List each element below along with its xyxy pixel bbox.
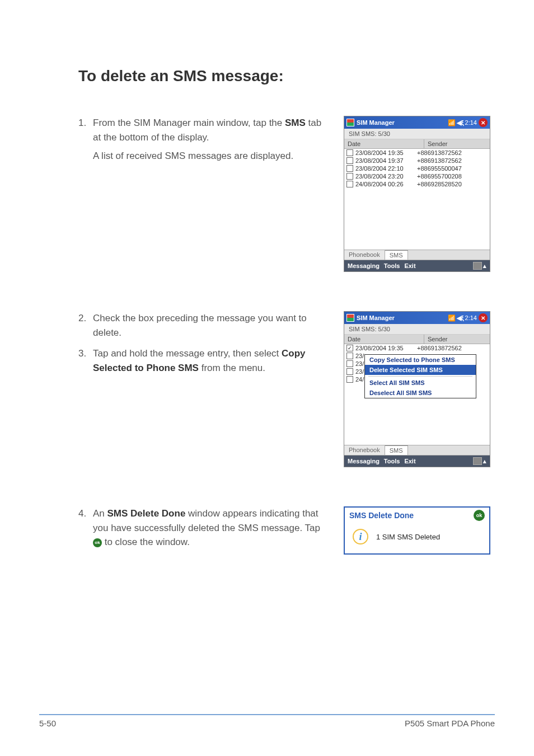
app-icon <box>346 314 354 322</box>
pda-title: SIM Manager <box>357 119 448 126</box>
list-item[interactable]: 23/08/2004 23:20+886955700208 <box>344 172 490 180</box>
sms-count: SIM SMS: 5/30 <box>344 129 490 139</box>
signal-icon: 📶 <box>448 314 456 322</box>
step-3-frag-a: Tap and hold the message entry, then sel… <box>93 348 282 359</box>
col-sender[interactable]: Sender <box>424 335 490 344</box>
dialog-body: i 1 SIM SMS Deleted <box>345 523 489 553</box>
clock: 2:14 <box>465 314 477 321</box>
close-icon[interactable]: ✕ <box>479 313 488 322</box>
col-date[interactable]: Date <box>344 335 424 344</box>
menu-delete-selected[interactable]: Delete Selected SIM SMS <box>365 365 476 375</box>
step-4-frag-d: to close the window. <box>102 537 190 547</box>
tab-sms[interactable]: SMS <box>385 250 408 260</box>
sms-count: SIM SMS: 5/30 <box>344 324 490 335</box>
context-menu: Copy Selected to Phone SMS Delete Select… <box>364 354 476 398</box>
sms-list-1: 23/08/2004 19:35+886913872562 23/08/2004… <box>344 149 490 250</box>
step-1-bold: SMS <box>285 118 306 128</box>
menu-separator <box>368 376 472 377</box>
column-headers: Date Sender <box>344 139 490 149</box>
step-2-body: Check the box preceding the message you … <box>93 311 327 340</box>
step-1-row: 1. From the SIM Manager main window, tap… <box>39 116 495 272</box>
sms-delete-dialog: SMS Delete Done ok i 1 SIM SMS Deleted <box>344 506 490 555</box>
menu-tools[interactable]: Tools <box>384 262 400 269</box>
pda-window-1: SIM Manager 📶 ◀ξ 2:14 ✕ SIM SMS: 5/30 Da… <box>344 116 490 272</box>
tab-phonebook[interactable]: Phonebook <box>344 445 385 455</box>
pda-titlebar: SIM Manager 📶 ◀ξ 2:14 ✕ <box>344 312 490 324</box>
step-3-num: 3. <box>78 346 93 375</box>
step-4-text: 4. An SMS Delete Done window appears ind… <box>39 506 327 556</box>
screenshot-2: SIM Manager 📶 ◀ξ 2:14 ✕ SIM SMS: 5/30 Da… <box>344 311 495 467</box>
menu-copy-selected[interactable]: Copy Selected to Phone SMS <box>365 355 476 365</box>
pda-menubar: Messaging Tools Exit ▴ <box>344 260 490 271</box>
page-footer: 5-50 P505 Smart PDA Phone <box>39 714 495 728</box>
close-icon[interactable]: ✕ <box>479 118 488 127</box>
keyboard-icon[interactable] <box>473 262 482 270</box>
step-2-3-row: 2. Check the box preceding the message y… <box>39 311 495 467</box>
pda-window-2: SIM Manager 📶 ◀ξ 2:14 ✕ SIM SMS: 5/30 Da… <box>344 311 490 467</box>
checkbox[interactable] <box>346 376 353 383</box>
list-item[interactable]: 23/08/2004 19:35+886913872562 <box>344 344 490 352</box>
chevron-up-icon[interactable]: ▴ <box>483 262 486 270</box>
screenshot-3: SMS Delete Done ok i 1 SIM SMS Deleted <box>344 506 495 555</box>
checkbox[interactable] <box>346 165 353 172</box>
step-1-note: A list of received SMS messages are disp… <box>93 149 327 163</box>
page-number: 5-50 <box>39 719 56 728</box>
step-4-bold: SMS Delete Done <box>107 508 186 519</box>
checkbox[interactable] <box>346 353 353 359</box>
pda-titlebar: SIM Manager 📶 ◀ξ 2:14 ✕ <box>344 116 490 129</box>
step-4-body: An SMS Delete Done window appears indica… <box>93 506 327 550</box>
sms-list-2: 23/08/2004 19:35+886913872562 23/ 23/ 23… <box>344 344 490 445</box>
pda-tabs: Phonebook SMS <box>344 445 490 456</box>
col-date[interactable]: Date <box>344 139 424 148</box>
list-item[interactable]: 23/08/2004 22:10+886955500047 <box>344 165 490 172</box>
checkbox[interactable] <box>346 157 353 164</box>
status-icons: 📶 ◀ξ 2:14 <box>448 314 477 322</box>
speaker-icon: ◀ξ <box>457 314 464 322</box>
list-item[interactable]: 24/08/2004 00:26+886928528520 <box>344 180 490 188</box>
speaker-icon: ◀ξ <box>457 119 464 126</box>
step-4-row: 4. An SMS Delete Done window appears ind… <box>39 506 495 556</box>
checkbox[interactable] <box>346 173 353 180</box>
chevron-up-icon[interactable]: ▴ <box>483 458 486 465</box>
checkbox[interactable] <box>346 149 353 156</box>
step-1-num: 1. <box>78 116 93 163</box>
status-icons: 📶 ◀ξ 2:14 <box>448 119 477 126</box>
dialog-titlebar: SMS Delete Done ok <box>345 508 489 523</box>
menu-exit[interactable]: Exit <box>404 458 415 464</box>
pda-menubar: Messaging Tools Exit ▴ <box>344 456 490 467</box>
dialog-message: 1 SIM SMS Deleted <box>376 533 440 541</box>
menu-deselect-all[interactable]: Deselect All SIM SMS <box>365 388 476 398</box>
pda-tabs: Phonebook SMS <box>344 250 490 260</box>
ok-icon-inline: ok <box>93 538 102 547</box>
step-2-3-text: 2. Check the box preceding the message y… <box>39 311 327 382</box>
checkbox[interactable] <box>346 360 353 367</box>
ok-button[interactable]: ok <box>474 510 485 521</box>
menu-tools[interactable]: Tools <box>384 458 400 464</box>
list-item[interactable]: 23/08/2004 19:35+886913872562 <box>344 149 490 157</box>
screenshot-1: SIM Manager 📶 ◀ξ 2:14 ✕ SIM SMS: 5/30 Da… <box>344 116 495 272</box>
menu-exit[interactable]: Exit <box>404 262 415 269</box>
tab-sms[interactable]: SMS <box>385 445 408 455</box>
step-4-frag-a: An <box>93 508 107 519</box>
section-heading: To delete an SMS message: <box>78 67 495 85</box>
column-headers: Date Sender <box>344 335 490 344</box>
pda-title: SIM Manager <box>357 314 448 321</box>
checkbox[interactable] <box>346 181 353 187</box>
tab-phonebook[interactable]: Phonebook <box>344 250 385 260</box>
dialog-title-text: SMS Delete Done <box>349 511 414 520</box>
menu-messaging[interactable]: Messaging <box>348 458 380 464</box>
menu-messaging[interactable]: Messaging <box>348 262 380 269</box>
checkbox[interactable] <box>346 368 353 375</box>
col-sender[interactable]: Sender <box>424 139 490 148</box>
step-1-text: 1. From the SIM Manager main window, tap… <box>39 116 327 170</box>
list-item[interactable]: 23/08/2004 19:37+886913872562 <box>344 157 490 165</box>
clock: 2:14 <box>465 119 477 126</box>
step-1-frag-a: From the SIM Manager main window, tap th… <box>93 118 285 128</box>
keyboard-icon[interactable] <box>473 457 482 465</box>
menu-select-all[interactable]: Select All SIM SMS <box>365 378 476 388</box>
footer-title: P505 Smart PDA Phone <box>405 719 495 728</box>
step-3-body: Tap and hold the message entry, then sel… <box>93 346 327 375</box>
signal-icon: 📶 <box>448 119 456 126</box>
checkbox-checked[interactable] <box>346 345 353 351</box>
app-icon <box>346 119 354 126</box>
